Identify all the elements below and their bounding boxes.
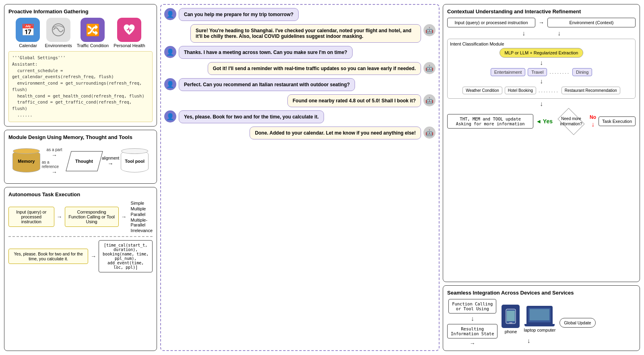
code-block: '''Global Settings''' Assistant: current… bbox=[8, 51, 153, 122]
tht-box: THT, MEM and TOOL update Asking for more… bbox=[447, 114, 533, 129]
middle-column: 👤 Can you help me prepare for my trip to… bbox=[160, 4, 440, 351]
chat-row-3: 👤 Thanks. I have a meeting across town. … bbox=[164, 46, 436, 59]
chat-bubble-user-4: Yes, please. Book for two and for the ti… bbox=[179, 110, 324, 123]
laptop-device: laptop computer bbox=[524, 306, 555, 332]
red-arrow-down: ↓ bbox=[591, 121, 594, 128]
arrow-seamless-2: ↓ bbox=[527, 337, 530, 345]
sub-chip-weather: Weather Condition bbox=[462, 87, 502, 94]
arrow-down-4: ↓ bbox=[450, 78, 633, 85]
intent-module-label: Intent Classification Module bbox=[450, 42, 633, 46]
auto-flow-bottom: Yes, please. Book for two and for the ti… bbox=[8, 240, 153, 272]
ctx-bottom-flow: THT, MEM and TOOL update Asking for more… bbox=[447, 109, 636, 133]
arrow-2: → bbox=[121, 214, 127, 220]
simple-list: Simple Multiple Parallel Multiple-Parall… bbox=[131, 201, 153, 233]
chat-bubble-assistant-2: Got it! I'll send a reminder with real-t… bbox=[208, 62, 421, 75]
no-label: No bbox=[590, 114, 596, 120]
chat-row-5: 👤 Perfect. Can you recommend an Italian … bbox=[164, 78, 436, 91]
laptop-screen bbox=[526, 306, 553, 324]
assistant-avatar-1: 🤖 bbox=[423, 24, 436, 36]
chat-bubble-user-2: Thanks. I have a meeting across town. Ca… bbox=[179, 46, 353, 59]
function-calling-box: Function Calling or Tool Using bbox=[448, 299, 496, 313]
autonomous-title: Autonomous Task Execution bbox=[8, 191, 153, 197]
module-panel: Module Design Using Memory, Thought and … bbox=[4, 130, 157, 184]
ctx-input-box: Input (query) or processed instruction bbox=[447, 18, 535, 27]
chat-bubble-assistant-4: Done. Added to your calendar. Let me kno… bbox=[250, 127, 421, 139]
svg-rect-3 bbox=[507, 311, 515, 321]
ctx-env-box: Environment (Context) bbox=[547, 18, 636, 27]
traffic-label: Traffic Condition bbox=[77, 43, 109, 48]
arrow-ctx-1: → bbox=[539, 19, 544, 26]
svg-rect-5 bbox=[530, 309, 549, 320]
sub-chip-restaurant: Restaurant Recommendation bbox=[561, 87, 620, 94]
user-avatar-3: 👤 bbox=[164, 78, 176, 90]
chat-row-1: 👤 Can you help me prepare for my trip to… bbox=[164, 8, 436, 21]
mlp-row: MLP or LLM + Regularized Extraction bbox=[450, 48, 633, 58]
contextual-title: Contextual Understanding and Interactive… bbox=[447, 8, 636, 15]
chat-bubble-assistant-1: Sure! You're heading to Shanghai. I've c… bbox=[190, 24, 421, 43]
health-icon-item: Personal Health bbox=[114, 18, 145, 48]
seamless-content: Function Calling or Tool Using ↓ Resulti… bbox=[447, 299, 636, 347]
sub-chip-hotel: Hotel Booking bbox=[505, 87, 536, 94]
module-flow: Memory as a part → as a reference → Thou… bbox=[8, 143, 153, 179]
seamless-panel: Seamless Integration Across Devices and … bbox=[443, 285, 640, 351]
calendar-icon: 📅 bbox=[16, 18, 40, 42]
proactive-panel: Proactive Information Gathering 📅 Calend… bbox=[4, 4, 157, 127]
health-label: Personal Health bbox=[114, 43, 145, 48]
phone-icon bbox=[502, 305, 520, 328]
env-icon-item: Environments bbox=[45, 18, 72, 48]
module-title: Module Design Using Memory, Thought and … bbox=[8, 134, 153, 140]
auto-flow-top: Input (query) or processed instruction →… bbox=[8, 201, 153, 233]
calendar-label: Calendar bbox=[19, 43, 37, 48]
as-part-arrow: as a part → bbox=[47, 147, 62, 158]
traffic-icon: 🔀 bbox=[80, 18, 105, 42]
memory-cylinder: Memory bbox=[12, 150, 40, 172]
arrow-1: → bbox=[57, 214, 62, 220]
seamless-left-flow: Function Calling or Tool Using ↓ Resulti… bbox=[447, 299, 497, 347]
arrow-seamless-1: ↓ bbox=[471, 315, 474, 322]
dots-2: ........ bbox=[539, 88, 559, 93]
health-icon bbox=[117, 18, 141, 42]
user-avatar-2: 👤 bbox=[164, 46, 176, 58]
arrow-down-5: ↓ bbox=[447, 100, 636, 108]
yes-arrow: ◄ Yes bbox=[536, 118, 553, 125]
seamless-title: Seamless Integration Across Devices and … bbox=[447, 290, 636, 296]
chat-row-2: Sure! You're heading to Shanghai. I've c… bbox=[164, 24, 436, 43]
svg-rect-2 bbox=[509, 322, 512, 323]
arrow-down-2: ↓ bbox=[557, 30, 561, 37]
traffic-icon-item: 🔀 Traffic Condition bbox=[77, 18, 109, 48]
assistant-avatar-4: 🤖 bbox=[423, 127, 436, 139]
chat-row-7: 👤 Yes, please. Book for two and for the … bbox=[164, 110, 436, 123]
auto-function-box: Corresponding Function Calling or Tool U… bbox=[65, 207, 119, 227]
toolpool-cylinder: Tool pool bbox=[121, 150, 149, 172]
sub-intent-row: Weather Condition Hotel Booking ........… bbox=[450, 87, 633, 94]
resulting-box: Resulting Information State bbox=[447, 324, 497, 338]
task-execution-box: Task Execution bbox=[599, 116, 636, 126]
laptop-base bbox=[524, 324, 555, 326]
arrow-seamless-right: → bbox=[470, 340, 475, 347]
chat-bubble-assistant-3: Found one nearby rated 4.8 out of 5.0! S… bbox=[287, 94, 421, 107]
chat-row-8: Done. Added to your calendar. Let me kno… bbox=[164, 127, 436, 139]
auto-example-input: Yes, please. Book for two and for the ti… bbox=[8, 249, 88, 264]
left-column: Proactive Information Gathering 📅 Calend… bbox=[4, 4, 157, 351]
diamond-container: Need more information? bbox=[555, 109, 587, 133]
code-text: '''Global Settings''' Assistant: current… bbox=[12, 55, 149, 118]
main-container: Proactive Information Gathering 📅 Calend… bbox=[0, 0, 644, 355]
auto-input-box: Input (query) or processed instruction bbox=[8, 207, 54, 227]
dots-1: ........ bbox=[549, 69, 570, 75]
calendar-icon-item: 📅 Calendar bbox=[16, 18, 40, 48]
mlp-box: MLP or LLM + Regularized Extraction bbox=[500, 48, 584, 58]
chip-travel: Travel bbox=[528, 68, 547, 76]
proactive-title: Proactive Information Gathering bbox=[8, 8, 153, 15]
proactive-icons-row: 📅 Calendar Environments 🔀 Traffic Condit… bbox=[8, 18, 153, 48]
chip-entertainment: Entertainment bbox=[491, 68, 525, 76]
as-ref-arrow: as a reference → bbox=[42, 160, 67, 175]
user-avatar-1: 👤 bbox=[164, 8, 176, 20]
device-row: phone laptop computer bbox=[502, 305, 555, 334]
assistant-avatar-2: 🤖 bbox=[423, 62, 436, 74]
autonomous-panel: Autonomous Task Execution Input (query) … bbox=[4, 187, 157, 351]
arrow-down-3: ↓ bbox=[450, 59, 633, 66]
chip-dining: Dining bbox=[572, 68, 592, 76]
env-label: Environments bbox=[45, 43, 72, 48]
global-update-box: Global Update bbox=[559, 318, 595, 328]
phone-device: phone bbox=[502, 305, 520, 334]
